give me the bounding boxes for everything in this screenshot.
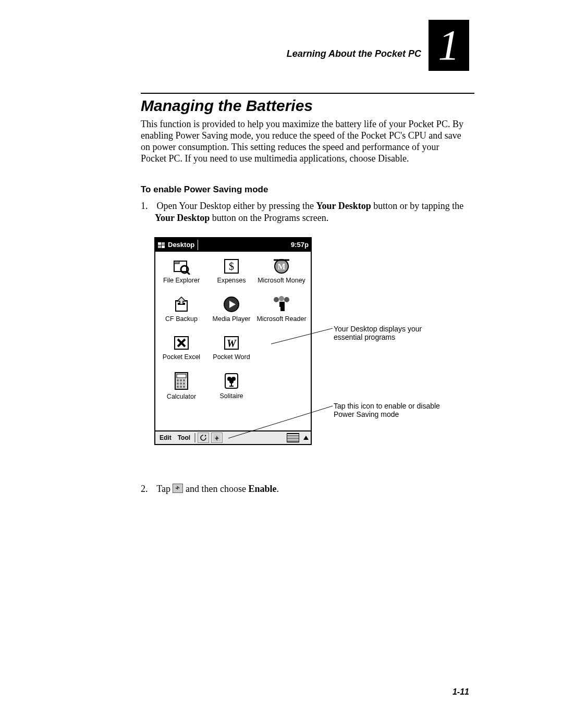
- desktop-grid: File Explorer $ Expenses: [155, 252, 311, 430]
- grid-item-file-explorer[interactable]: File Explorer: [156, 255, 206, 293]
- grid-item-empty: [256, 331, 307, 369]
- microsoft-money-icon: M: [271, 257, 292, 276]
- grid-label: Media Player: [206, 316, 256, 330]
- pocket-excel-icon: [171, 334, 192, 352]
- running-head: Learning About the Pocket PC: [287, 49, 421, 59]
- grid-item-solitaire[interactable]: Solitaire: [206, 369, 256, 409]
- grid-item-expenses[interactable]: $ Expenses: [206, 255, 256, 293]
- page-number: 1-11: [452, 687, 469, 697]
- callout-2: Tap this icon to enable or disable Power…: [334, 402, 443, 418]
- svg-rect-2: [158, 245, 161, 248]
- step-2: 2. Tap and then choose Enable.: [141, 484, 464, 495]
- grid-label: Microsoft Reader: [256, 316, 307, 330]
- sip-up-arrow-icon[interactable]: [303, 436, 309, 440]
- svg-text:W: W: [227, 338, 237, 349]
- chapter-number: 1: [438, 21, 460, 69]
- svg-rect-1: [162, 242, 165, 245]
- windows-flag-icon: [157, 241, 166, 249]
- svg-rect-26: [177, 379, 179, 381]
- subheading: To enable Power Saving mode: [141, 184, 268, 195]
- calculator-icon: [171, 372, 192, 390]
- svg-rect-25: [177, 374, 186, 378]
- svg-marker-41: [205, 435, 206, 437]
- svg-point-17: [279, 296, 284, 301]
- svg-rect-32: [177, 386, 179, 388]
- grid-item-media-player[interactable]: Media Player: [206, 293, 256, 331]
- svg-rect-0: [158, 242, 161, 245]
- cf-backup-icon: [171, 295, 192, 314]
- start-button[interactable]: Desktop: [157, 238, 194, 252]
- grid-label: Pocket Word: [206, 354, 256, 368]
- grid-item-empty: [256, 369, 307, 409]
- command-bar: Edit Tool: [155, 430, 311, 444]
- callout-1: Your Desktop displays your essential pro…: [334, 325, 438, 341]
- pocketpc-screenshot: Desktop 9:57p File Explorer: [154, 237, 312, 445]
- titlebar-time: 9:57p: [291, 238, 309, 252]
- microsoft-reader-icon: [271, 295, 292, 314]
- power-saving-icon[interactable]: [211, 433, 223, 443]
- callouts: Your Desktop displays your essential pro…: [313, 237, 474, 447]
- grid-label: Microsoft Money: [256, 277, 307, 292]
- grid-label: File Explorer: [156, 277, 206, 292]
- toolbar-separator: [194, 433, 195, 442]
- step-1: 1. Open Your Desktop either by pressing …: [141, 200, 464, 224]
- refresh-icon[interactable]: [198, 433, 209, 443]
- titlebar-title: Desktop: [168, 238, 194, 252]
- media-player-icon: [221, 295, 242, 314]
- svg-rect-34: [183, 386, 185, 388]
- svg-rect-3: [162, 245, 165, 248]
- grid-item-pocket-excel[interactable]: Pocket Excel: [156, 331, 206, 369]
- svg-rect-31: [183, 382, 185, 385]
- grid-label: Solitaire: [206, 393, 256, 408]
- svg-text:M: M: [277, 262, 285, 271]
- svg-rect-29: [177, 382, 179, 385]
- menu-tool[interactable]: Tool: [176, 434, 192, 441]
- grid-item-calculator[interactable]: Calculator: [156, 369, 206, 409]
- section-title: Managing the Batteries: [141, 97, 313, 115]
- power-saving-inline-icon: [173, 484, 183, 493]
- svg-rect-39: [231, 382, 232, 386]
- step-1-number: 1.: [141, 200, 154, 212]
- chapter-number-box: 1: [429, 20, 469, 71]
- menu-edit[interactable]: Edit: [157, 434, 174, 441]
- grid-item-cf-backup[interactable]: CF Backup: [156, 293, 206, 331]
- svg-text:$: $: [229, 261, 234, 272]
- sip-keyboard-icon[interactable]: [287, 433, 299, 442]
- grid-label: Pocket Excel: [156, 354, 206, 368]
- grid-label: Calculator: [156, 393, 206, 408]
- svg-point-16: [274, 297, 279, 302]
- svg-rect-20: [279, 302, 282, 307]
- svg-point-18: [284, 297, 289, 302]
- grid-item-microsoft-money[interactable]: M Microsoft Money: [256, 255, 307, 293]
- section-rule: [141, 93, 474, 94]
- svg-rect-5: [174, 261, 179, 264]
- svg-rect-28: [183, 379, 185, 381]
- titlebar-separator: [198, 240, 198, 250]
- file-explorer-icon: [171, 257, 192, 276]
- solitaire-icon: [221, 372, 242, 390]
- intro-paragraph: This function is provided to help you ma…: [141, 119, 464, 165]
- titlebar: Desktop 9:57p: [155, 238, 311, 252]
- expenses-icon: $: [221, 257, 242, 276]
- svg-rect-30: [180, 382, 182, 385]
- grid-item-microsoft-reader[interactable]: Microsoft Reader: [256, 293, 307, 331]
- grid-label: Expenses: [206, 277, 256, 292]
- svg-rect-33: [180, 386, 182, 388]
- grid-label: CF Backup: [156, 316, 206, 330]
- svg-line-7: [187, 272, 190, 275]
- svg-rect-40: [229, 386, 234, 387]
- step-2-number: 2.: [141, 484, 154, 495]
- pocket-word-icon: W: [221, 334, 242, 352]
- svg-rect-27: [180, 379, 182, 381]
- grid-item-pocket-word[interactable]: W Pocket Word: [206, 331, 256, 369]
